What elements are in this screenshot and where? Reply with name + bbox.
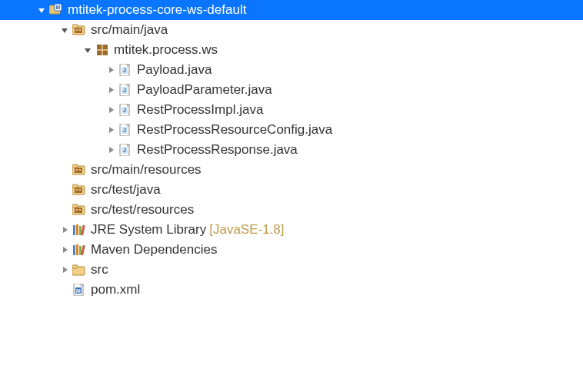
- chevron-right-icon[interactable]: [106, 125, 115, 135]
- tree-item-src-main-resources[interactable]: src/main/resources: [0, 160, 583, 180]
- package-folder-icon: [72, 204, 86, 216]
- library-icon: [72, 244, 86, 256]
- project-label: mtitek-process-core-ws-default: [68, 0, 246, 20]
- library-label: Maven Dependencies: [91, 240, 217, 260]
- package-folder-icon: [72, 184, 86, 196]
- chevron-right-icon[interactable]: [60, 225, 69, 234]
- java-file-icon: [118, 64, 132, 76]
- package-folder-icon: [72, 24, 86, 36]
- tree-item-java-file[interactable]: Payload.java: [0, 60, 583, 80]
- tree-item-java-file[interactable]: RestProcessImpl.java: [0, 100, 583, 120]
- chevron-down-icon[interactable]: [60, 25, 69, 35]
- java-file-icon: [118, 124, 132, 136]
- tree-item-java-file[interactable]: RestProcessResourceConfig.java: [0, 120, 583, 140]
- chevron-right-icon[interactable]: [106, 145, 115, 154]
- tree-item-src-test-java[interactable]: src/test/java: [0, 180, 583, 200]
- package-label: mtitek.process.ws: [114, 40, 218, 60]
- tree-item-package[interactable]: mtitek.process.ws: [0, 40, 583, 60]
- library-icon: [72, 224, 86, 236]
- tree-item-src-test-resources[interactable]: src/test/resources: [0, 200, 583, 220]
- chevron-right-icon[interactable]: [106, 65, 115, 75]
- library-label: JRE System Library: [91, 220, 206, 240]
- source-folder-label: src/main/java: [91, 20, 168, 40]
- file-label: RestProcessResponse.java: [137, 140, 298, 160]
- file-label: Payload.java: [137, 60, 212, 80]
- source-folder-label: src/test/resources: [91, 200, 194, 220]
- file-label: PayloadParameter.java: [137, 80, 272, 100]
- maven-file-icon: [72, 284, 86, 296]
- tree-item-src-folder[interactable]: src: [0, 260, 583, 280]
- package-folder-icon: [72, 164, 86, 176]
- folder-label: src: [91, 260, 108, 280]
- tree-item-jre-library[interactable]: JRE System Library [JavaSE-1.8]: [0, 220, 583, 240]
- tree-item-maven-dependencies[interactable]: Maven Dependencies: [0, 240, 583, 260]
- java-file-icon: [118, 144, 132, 156]
- tree-item-pom-xml[interactable]: pom.xml: [0, 280, 583, 300]
- chevron-down-icon[interactable]: [83, 45, 92, 55]
- chevron-right-icon[interactable]: [106, 105, 115, 115]
- source-folder-label: src/test/java: [91, 180, 161, 200]
- maven-project-icon: [49, 4, 63, 16]
- chevron-right-icon[interactable]: [60, 265, 69, 274]
- java-file-icon: [118, 84, 132, 96]
- tree-item-project[interactable]: mtitek-process-core-ws-default: [0, 0, 583, 20]
- chevron-down-icon[interactable]: [37, 5, 46, 15]
- file-label: RestProcessImpl.java: [137, 100, 263, 120]
- tree-item-src-main-java[interactable]: src/main/java: [0, 20, 583, 40]
- file-label: RestProcessResourceConfig.java: [137, 120, 332, 140]
- tree-item-java-file[interactable]: RestProcessResponse.java: [0, 140, 583, 160]
- source-folder-label: src/main/resources: [91, 160, 202, 180]
- java-file-icon: [118, 104, 132, 116]
- package-icon: [95, 44, 109, 56]
- chevron-right-icon[interactable]: [60, 245, 69, 254]
- library-annotation: [JavaSE-1.8]: [209, 220, 284, 240]
- chevron-right-icon[interactable]: [106, 85, 115, 95]
- folder-icon: [72, 264, 86, 276]
- file-label: pom.xml: [91, 280, 140, 300]
- tree-item-java-file[interactable]: PayloadParameter.java: [0, 80, 583, 100]
